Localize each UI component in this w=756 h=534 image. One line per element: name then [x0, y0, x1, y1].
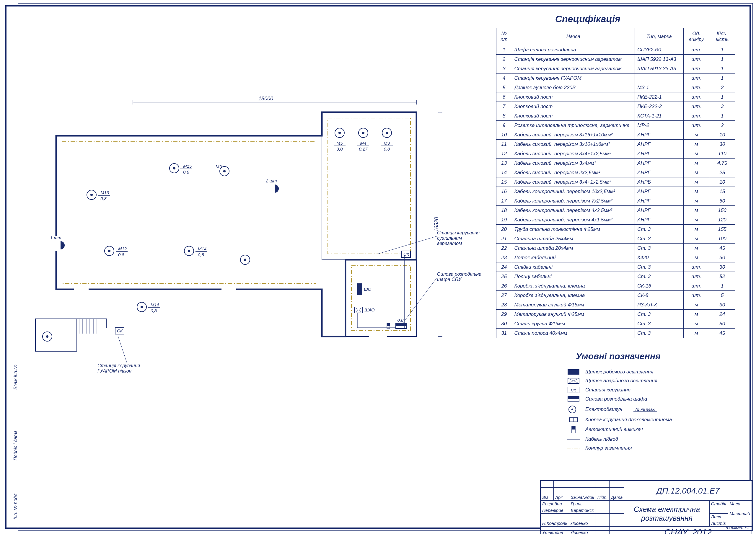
- table-row: 22Стальна штаба 20х4ммСт. 3м45: [497, 244, 735, 253]
- format-label: Формат А1: [726, 525, 750, 530]
- svg-point-27: [386, 132, 388, 134]
- svg-text:0,27: 0,27: [359, 147, 368, 151]
- table-row: 21Стальна штаба 25х4ммСт. 3м100: [497, 234, 735, 244]
- legend-item: Силова розподільча шафа: [567, 396, 732, 402]
- table-row: 23Лоток кабельнийК420м30: [497, 253, 735, 262]
- table-row: 8Кнопковий постКСТА-1-21шт.1: [497, 111, 735, 121]
- svg-text:М4: М4: [360, 141, 366, 146]
- legend-item: Кнопка керування двохелементнома: [567, 417, 732, 423]
- table-row: 26Коробка з'єднувальна, клемнаСК-16шт.1: [497, 281, 735, 291]
- motor-m2: М2: [216, 164, 229, 176]
- svg-point-55: [244, 258, 246, 261]
- table-row: 30Сталь кругла Ф16ммСт. 3м80: [497, 319, 735, 329]
- table-row: 24Стійки кабельніСт. 3шт.30: [497, 262, 735, 272]
- svg-point-62: [46, 335, 48, 338]
- annot-left: Станція керування ГУАРОМ півзон: [97, 363, 148, 374]
- legend-item: Щиток робочого освітлення: [567, 369, 732, 375]
- svg-text:М12: М12: [118, 246, 127, 251]
- table-row: 2Станція керування зерноочисним агрегато…: [497, 55, 735, 64]
- table-row: 5Дзвінок гучного бою 220ВМЗ-1шт.2: [497, 83, 735, 93]
- motor-m16: М16 0,8: [137, 302, 160, 313]
- bell-icon: [61, 241, 65, 250]
- motor-m15: М15 0,8: [170, 164, 192, 174]
- svg-rect-13: [222, 288, 236, 291]
- table-row: 16Кабель контрольний, перерізом 10х2,5мм…: [497, 187, 735, 196]
- svg-rect-78: [387, 323, 390, 326]
- table-row: 25Полиці кабельніСт. 3шт.52: [497, 272, 735, 281]
- sho-panel: [357, 283, 362, 295]
- annot-top: Станція керування сушильним агрегатом: [437, 230, 487, 246]
- svg-point-40: [90, 194, 93, 196]
- svg-point-17: [338, 132, 341, 134]
- dim-horizontal: 18000: [258, 96, 273, 101]
- dim-vertical: 16520: [434, 217, 440, 232]
- svg-point-37: [223, 170, 226, 173]
- svg-text:2 шт: 2 шт: [265, 178, 277, 183]
- motor-m3: М3 0,8: [381, 128, 393, 151]
- bell-icon: [275, 184, 279, 193]
- svg-text:М15: М15: [183, 164, 192, 169]
- svg-point-50: [188, 250, 190, 252]
- table-row: 27Коробка з'єднувальна, клемнаСК-8шт.5: [497, 291, 735, 300]
- table-row: 13Кабель силовий, перерізом 3х4мм²АНРГм4…: [497, 158, 735, 168]
- motor-m14: М14 0,8: [184, 246, 207, 257]
- table-row: 10Кабель силовий, перерізом 3х16+1х10мм²…: [497, 130, 735, 140]
- svg-text:М2: М2: [216, 164, 222, 169]
- legend-item: Щиток аварійного освітлення: [567, 378, 732, 384]
- annot-bottom: Силова розподільна шафа СПУ: [437, 272, 487, 282]
- svg-text:1 шт: 1 шт: [50, 235, 61, 240]
- table-row: 14Кабель силовий, перерізом 2х2,5мм²АНРГ…: [497, 168, 735, 177]
- svg-text:0,8: 0,8: [100, 196, 107, 201]
- svg-text:М16: М16: [150, 302, 159, 307]
- legend-item: СКСтанція керування: [567, 387, 732, 393]
- svg-line-79: [378, 236, 437, 254]
- svg-text:М3: М3: [384, 141, 390, 146]
- svg-text:0,8: 0,8: [384, 147, 391, 151]
- svg-text:3,0: 3,0: [337, 147, 343, 151]
- svg-point-57: [141, 306, 143, 308]
- svg-point-91: [571, 409, 573, 410]
- svg-text:М14: М14: [198, 246, 206, 251]
- svg-line-80: [402, 278, 437, 325]
- svg-text:0,8: 0,8: [198, 252, 204, 257]
- svg-text:0,8: 0,8: [118, 252, 124, 257]
- spec-title: Специфікація: [555, 13, 620, 24]
- title-block: ДП.12.004.01.Е7 Зм Арк Зміна№док Підп. Д…: [540, 480, 752, 530]
- table-row: 29Металорукав гнучкий Ф25ммСт. 3м24: [497, 310, 735, 319]
- table-row: 3Станція керування зерноочисним агрегато…: [497, 64, 735, 73]
- svg-point-45: [108, 250, 110, 252]
- svg-line-81: [118, 336, 127, 363]
- table-row: 9Розетка штепсельна триполюсна, герметич…: [497, 121, 735, 130]
- svg-text:СК: СК: [571, 388, 576, 392]
- svg-point-22: [362, 132, 364, 134]
- specification-table: № п/п Назва Тип, марка Од. виміру Кіль-к…: [496, 28, 735, 338]
- table-row: 18Кабель контрольний, перерізом 4х2,5мм²…: [497, 206, 735, 215]
- motor-outside-left: [42, 332, 52, 341]
- motor-m-inner: [240, 255, 250, 264]
- legend: Щиток робочого освітленняЩиток аварійног…: [567, 366, 732, 454]
- legend-item: Автоматичний вимикач: [567, 426, 732, 433]
- margin-label-b: Подпіс і дата: [13, 430, 18, 461]
- table-row: 20Труба стальна тонкостінна Ф25ммСт. 3м1…: [497, 225, 735, 234]
- svg-text:ШО: ШО: [364, 287, 371, 292]
- svg-rect-95: [572, 426, 575, 430]
- motor-m12: М12 0,8: [104, 246, 127, 257]
- svg-point-32: [173, 167, 176, 170]
- table-row: 11Кабель силовий, перерізом 3х10+1х6мм²А…: [497, 140, 735, 149]
- margin-label-c: Взам.інв.№: [13, 364, 18, 390]
- svg-rect-82: [568, 369, 580, 375]
- svg-text:М5: М5: [337, 141, 343, 146]
- svg-text:0,8: 0,8: [183, 170, 190, 174]
- legend-item: Електродвигун№ на плані: [567, 405, 732, 414]
- legend-title: Умовні позначення: [576, 351, 661, 361]
- svg-rect-12: [74, 288, 89, 291]
- table-row: 28Металорукав гнучкий Ф15ммРЗ-АЛ-Хм30: [497, 300, 735, 310]
- table-row: 17Кабель контрольний, перерізом 7х2,5мм²…: [497, 196, 735, 206]
- svg-text:М13: М13: [100, 190, 109, 195]
- legend-item: Кабель підвод: [567, 436, 732, 442]
- motor-m4: М4 0,27: [357, 128, 369, 151]
- table-row: 1Шафа силова розподільнаСПУ62-6/1шт.1: [497, 45, 735, 55]
- table-row: 31Сталь полоса 40х4ммСт. 3м45: [497, 329, 735, 338]
- motor-m13: М13 0,8: [87, 190, 110, 201]
- svg-rect-89: [568, 396, 579, 399]
